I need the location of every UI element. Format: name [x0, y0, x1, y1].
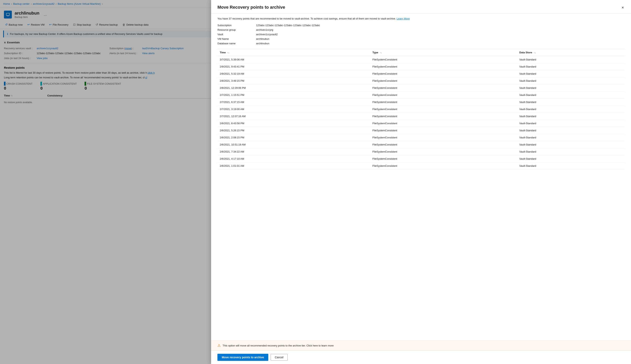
- panel-cell-time-8: 2/7/2021, 12:07:16 AM: [218, 112, 370, 120]
- panel-table-row: 2/6/2021, 7:34:22 AM FileSystemConsisten…: [218, 148, 625, 155]
- panel-cell-type-8: FileSystemConsistent: [370, 112, 517, 120]
- panel-th-datastore[interactable]: Data Store ↑↓: [517, 49, 625, 56]
- panel-table-row: 2/7/2021, 3:19:00 AM FileSystemConsisten…: [218, 106, 625, 112]
- panel-table-row: 2/7/2021, 1:15:51 PM FileSystemConsisten…: [218, 91, 625, 98]
- panel-cell-time-4: 2/8/2021, 12:29:06 PM: [218, 84, 370, 91]
- panel-cell-datastore-13: Vault-Standard: [517, 148, 625, 155]
- panel-tbody: 3/7/2021, 5:39:06 AM FileSystemConsisten…: [218, 56, 625, 169]
- panel-table-row: 2/6/2021, 10:51:19 AM FileSystemConsiste…: [218, 141, 625, 148]
- panel-field-value-dbname: archlinubun: [256, 42, 625, 45]
- panel-cell-type-11: FileSystemConsistent: [370, 134, 517, 141]
- panel-table-row: 2/7/2021, 6:37:15 AM FileSystemConsisten…: [218, 98, 625, 106]
- panel-cell-datastore-9: Vault-Standard: [517, 120, 625, 127]
- panel-table-row: 2/6/2021, 5:26:15 PM FileSystemConsisten…: [218, 127, 625, 134]
- panel-cell-datastore-4: Vault-Standard: [517, 84, 625, 91]
- panel-table-row: 2/6/2021, 8:43:58 PM FileSystemConsisten…: [218, 120, 625, 127]
- panel-cell-datastore-11: Vault-Standard: [517, 134, 625, 141]
- warning-bar: ⚠ This option will move all recommended …: [211, 340, 631, 350]
- panel-cell-datastore-14: Vault-Standard: [517, 155, 625, 162]
- panel-field-label-vault: Vault: [218, 33, 253, 36]
- panel-cell-datastore-0: Vault-Standard: [517, 56, 625, 63]
- panel-field-value-rg: archivev1ccyrg: [256, 28, 625, 31]
- panel-table-row: 2/8/2021, 3:49:15 PM FileSystemConsisten…: [218, 77, 625, 84]
- panel-field-value-vault: archivev1ccyvault2: [256, 33, 625, 36]
- panel-cell-datastore-7: Vault-Standard: [517, 106, 625, 112]
- panel-cell-datastore-10: Vault-Standard: [517, 127, 625, 134]
- panel-th-datastore-label: Data Store: [519, 51, 532, 54]
- panel-cell-time-14: 2/6/2021, 4:17:10 AM: [218, 155, 370, 162]
- panel-field-label-rg: Resource group: [218, 28, 253, 31]
- panel-cell-time-9: 2/6/2021, 8:43:58 PM: [218, 120, 370, 127]
- panel-cell-type-7: FileSystemConsistent: [370, 106, 517, 112]
- panel-sort-type-icon: ↑↓: [380, 52, 382, 54]
- panel-cell-time-7: 2/7/2021, 3:19:00 AM: [218, 106, 370, 112]
- panel-cell-type-3: FileSystemConsistent: [370, 77, 517, 84]
- panel-cell-time-10: 2/6/2021, 5:26:15 PM: [218, 127, 370, 134]
- warning-icon: ⚠: [218, 343, 221, 348]
- panel-title: Move Recovery points to archive: [218, 5, 285, 10]
- panel-body: You have 37 recovery points that are rec…: [211, 14, 631, 340]
- panel-cell-time-0: 3/7/2021, 5:39:06 AM: [218, 56, 370, 63]
- panel-cell-datastore-15: Vault-Standard: [517, 162, 625, 169]
- panel-th-type[interactable]: Type ↑↓: [370, 49, 517, 56]
- panel-cell-type-13: FileSystemConsistent: [370, 148, 517, 155]
- panel-table-row: 2/9/2021, 9:43:41 PM FileSystemConsisten…: [218, 63, 625, 70]
- panel-field-label-vmname: VM Name: [218, 38, 253, 40]
- panel-table-row: 2/6/2021, 1:01:01 AM FileSystemConsisten…: [218, 162, 625, 169]
- panel-cell-type-14: FileSystemConsistent: [370, 155, 517, 162]
- panel-cell-type-4: FileSystemConsistent: [370, 84, 517, 91]
- panel-cell-type-2: FileSystemConsistent: [370, 70, 517, 77]
- panel-table-wrap[interactable]: Time ↑↓ Type ↑↓ Data Store ↑↓: [218, 49, 625, 340]
- panel-table-row: 3/7/2021, 5:39:06 AM FileSystemConsisten…: [218, 56, 625, 63]
- panel-cell-time-3: 2/8/2021, 3:49:15 PM: [218, 77, 370, 84]
- panel-cell-time-15: 2/6/2021, 1:01:01 AM: [218, 162, 370, 169]
- panel-header: Move Recovery points to archive ×: [211, 0, 631, 14]
- panel-field-value-subscription: 123abc-123abc-123abc-123abc-123abc-123ab…: [256, 24, 625, 27]
- panel-cell-time-13: 2/6/2021, 7:34:22 AM: [218, 148, 370, 155]
- panel-cell-type-12: FileSystemConsistent: [370, 141, 517, 148]
- panel-sort-time-icon: ↑↓: [227, 52, 230, 54]
- panel-th-time-label: Time: [220, 51, 226, 54]
- panel-cell-datastore-1: Vault-Standard: [517, 63, 625, 70]
- panel-cell-time-2: 2/9/2021, 5:32:19 AM: [218, 70, 370, 77]
- panel-cell-datastore-5: Vault-Standard: [517, 91, 625, 98]
- panel-cell-type-10: FileSystemConsistent: [370, 127, 517, 134]
- panel-info-fields: Subscription 123abc-123abc-123abc-123abc…: [218, 24, 625, 45]
- panel-cell-datastore-3: Vault-Standard: [517, 77, 625, 84]
- warning-text: This option will move all recommended re…: [223, 344, 334, 347]
- panel-close-button[interactable]: ×: [621, 5, 625, 10]
- panel-th-time[interactable]: Time ↑↓: [218, 49, 370, 56]
- panel-cell-type-9: FileSystemConsistent: [370, 120, 517, 127]
- panel-cell-datastore-6: Vault-Standard: [517, 98, 625, 106]
- panel-cell-datastore-2: Vault-Standard: [517, 70, 625, 77]
- panel-cell-time-6: 2/7/2021, 6:37:15 AM: [218, 98, 370, 106]
- panel-table-row: 2/6/2021, 4:17:10 AM FileSystemConsisten…: [218, 155, 625, 162]
- panel-field-label-dbname: Database name: [218, 42, 253, 45]
- panel-cell-type-5: FileSystemConsistent: [370, 91, 517, 98]
- panel-table-row: 2/8/2021, 12:29:06 PM FileSystemConsiste…: [218, 84, 625, 91]
- move-recovery-button[interactable]: Move recovery points to archive: [218, 354, 268, 361]
- panel-cell-time-12: 2/6/2021, 10:51:19 AM: [218, 141, 370, 148]
- panel-cell-type-15: FileSystemConsistent: [370, 162, 517, 169]
- panel-learn-more-link[interactable]: Learn More: [397, 17, 410, 20]
- cancel-button[interactable]: Cancel: [271, 354, 288, 361]
- panel-table-row: 2/7/2021, 12:07:16 AM FileSystemConsiste…: [218, 112, 625, 120]
- panel-description: You have 37 recovery points that are rec…: [218, 17, 625, 21]
- panel-sort-datastore-icon: ↑↓: [534, 52, 536, 54]
- panel-table-header-row: Time ↑↓ Type ↑↓ Data Store ↑↓: [218, 49, 625, 56]
- panel-th-type-label: Type: [372, 51, 378, 54]
- panel-cell-datastore-8: Vault-Standard: [517, 112, 625, 120]
- panel-field-label-subscription: Subscription: [218, 24, 253, 27]
- panel-cell-datastore-12: Vault-Standard: [517, 141, 625, 148]
- panel-cell-time-5: 2/7/2021, 1:15:51 PM: [218, 91, 370, 98]
- panel-cell-time-1: 2/9/2021, 9:43:41 PM: [218, 63, 370, 70]
- panel-field-value-vmname: archlinubun: [256, 38, 625, 40]
- panel-cell-type-0: FileSystemConsistent: [370, 56, 517, 63]
- move-recovery-panel: Move Recovery points to archive × You ha…: [211, 0, 631, 364]
- panel-table: Time ↑↓ Type ↑↓ Data Store ↑↓: [218, 49, 625, 170]
- panel-cell-type-6: FileSystemConsistent: [370, 98, 517, 106]
- panel-table-row: 2/9/2021, 5:32:19 AM FileSystemConsisten…: [218, 70, 625, 77]
- panel-table-row: 2/6/2021, 2:08:15 PM FileSystemConsisten…: [218, 134, 625, 141]
- panel-footer: Move recovery points to archive Cancel: [211, 350, 631, 364]
- panel-cell-type-1: FileSystemConsistent: [370, 63, 517, 70]
